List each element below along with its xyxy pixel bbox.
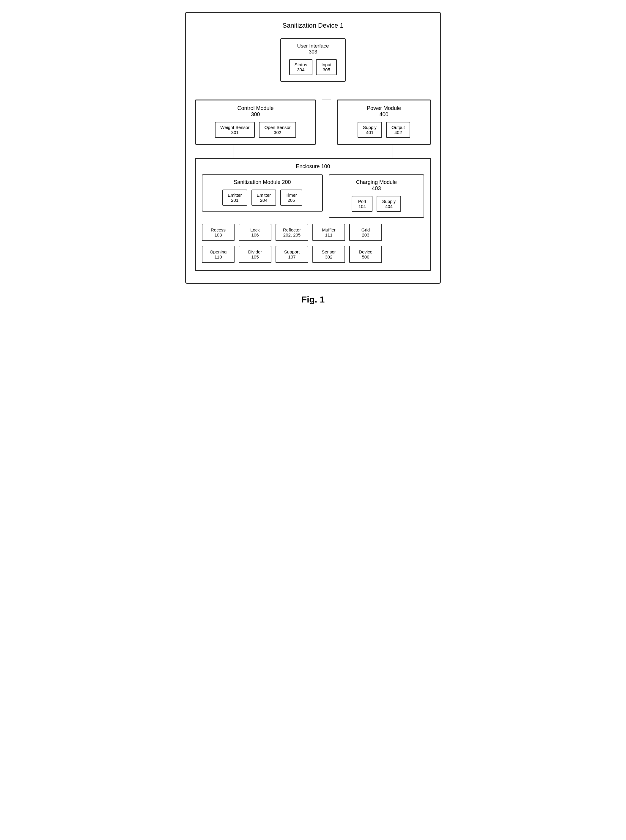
power-inner-row: Supply 401 Output 402 — [344, 122, 424, 138]
enc-item-row2-2: Support107 — [275, 246, 308, 263]
enc-item-row2-4: Device500 — [349, 246, 382, 263]
emitter-204-label: Emitter — [257, 192, 271, 198]
item-label: Recess — [207, 227, 230, 233]
enc-bottom-rows: Recess103Lock106Reflector202, 205Muffler… — [202, 224, 424, 263]
item-number: 107 — [280, 254, 304, 259]
enc-item-row1-0: Recess103 — [202, 224, 235, 241]
item-number: 110 — [207, 254, 230, 259]
item-label: Opening — [207, 249, 230, 254]
enc-top-row: Sanitization Module 200 Emitter 201 Emit… — [202, 175, 424, 218]
supply-401-label: Supply — [363, 125, 377, 130]
enc-item-row2-1: Divider105 — [239, 246, 271, 263]
item-number: 105 — [243, 254, 267, 259]
vert-line-left — [234, 145, 234, 158]
power-module-box: Power Module 400 Supply 401 Output 402 — [337, 100, 431, 145]
charging-module-box: Charging Module 403 Port 104 Supply 404 — [329, 175, 424, 218]
power-number: 400 — [344, 111, 424, 118]
input-label: Input — [321, 62, 332, 67]
item-number: 203 — [354, 233, 377, 237]
item-number: 111 — [317, 233, 340, 237]
enc-item-row1-4: Grid203 — [349, 224, 382, 241]
input-box: Input 305 — [316, 59, 337, 75]
enclosure-box: Enclosure 100 Sanitization Module 200 Em… — [195, 158, 431, 271]
item-label: Support — [280, 249, 304, 254]
control-module-box: Control Module 300 Weight Sensor 301 Ope… — [195, 100, 316, 145]
output-402-label: Output — [391, 125, 405, 130]
status-box: Status 304 — [289, 59, 313, 75]
ui-box: User Interface 303 Status 304 Input 305 — [280, 38, 346, 82]
enc-item-row2-0: Opening110 — [202, 246, 235, 263]
sanit-title: Sanitization Module 200 — [207, 179, 318, 186]
control-power-row: Control Module 300 Weight Sensor 301 Ope… — [195, 100, 431, 145]
open-sensor-box: Open Sensor 302 — [259, 122, 296, 138]
two-vlines-connector — [195, 145, 431, 158]
vert-connector-ui — [195, 87, 431, 100]
diagram-outer: Sanitization Device 1 User Interface 303… — [185, 12, 441, 284]
sanit-inner-row: Emitter 201 Emitter 204 Timer 205 — [207, 190, 318, 206]
ui-inner-row: Status 304 Input 305 — [287, 59, 339, 75]
sanitization-module-box: Sanitization Module 200 Emitter 201 Emit… — [202, 175, 323, 212]
ui-number: 303 — [287, 49, 339, 55]
item-number: 202, 205 — [280, 233, 304, 237]
enc-item-row2-3: Sensor302 — [312, 246, 345, 263]
item-label: Lock — [243, 227, 267, 233]
items-row-2: Opening110Divider105Support107Sensor302D… — [202, 246, 424, 263]
item-number: 106 — [243, 233, 267, 237]
timer-205-box: Timer 205 — [280, 190, 302, 206]
ui-section: User Interface 303 Status 304 Input 305 — [195, 38, 431, 82]
item-label: Muffler — [317, 227, 340, 233]
port-104-number: 104 — [357, 204, 367, 209]
emitter-204-box: Emitter 204 — [252, 190, 277, 206]
open-sensor-number: 302 — [264, 130, 290, 135]
emitter-201-label: Emitter — [228, 192, 242, 198]
control-number: 300 — [202, 111, 309, 118]
supply-404-number: 404 — [382, 204, 396, 209]
weight-sensor-number: 301 — [220, 130, 249, 135]
status-number: 304 — [294, 67, 307, 72]
items-row-1: Recess103Lock106Reflector202, 205Muffler… — [202, 224, 424, 241]
supply-404-label: Supply — [382, 199, 396, 204]
supply-404-box: Supply 404 — [377, 196, 401, 212]
item-label: Sensor — [317, 249, 340, 254]
timer-205-number: 205 — [286, 198, 297, 203]
charging-number: 403 — [334, 186, 419, 192]
port-104-box: Port 104 — [352, 196, 372, 212]
status-label: Status — [294, 62, 307, 67]
timer-205-label: Timer — [286, 192, 297, 198]
emitter-201-box: Emitter 201 — [222, 190, 247, 206]
weight-sensor-label: Weight Sensor — [220, 125, 249, 130]
item-label: Reflector — [280, 227, 304, 233]
supply-401-box: Supply 401 — [358, 122, 382, 138]
control-title: Control Module — [202, 105, 309, 111]
vert-line-right — [392, 145, 393, 158]
open-sensor-label: Open Sensor — [264, 125, 290, 130]
supply-401-number: 401 — [363, 130, 377, 135]
charging-title: Charging Module — [334, 179, 419, 186]
vert-line-ui — [313, 87, 313, 100]
item-label: Device — [354, 249, 377, 254]
charging-inner-row: Port 104 Supply 404 — [334, 196, 419, 212]
port-104-label: Port — [357, 199, 367, 204]
input-number: 305 — [321, 67, 332, 72]
fig-label: Fig. 1 — [301, 295, 325, 304]
enc-item-row1-3: Muffler111 — [312, 224, 345, 241]
horiz-connector-line — [322, 100, 331, 100]
item-number: 500 — [354, 254, 377, 259]
enc-item-row1-2: Reflector202, 205 — [275, 224, 308, 241]
outer-title: Sanitization Device 1 — [195, 22, 431, 30]
output-402-box: Output 402 — [386, 122, 410, 138]
output-402-number: 402 — [391, 130, 405, 135]
weight-sensor-box: Weight Sensor 301 — [215, 122, 255, 138]
emitter-201-number: 201 — [228, 198, 242, 203]
emitter-204-number: 204 — [257, 198, 271, 203]
item-number: 302 — [317, 254, 340, 259]
power-title: Power Module — [344, 105, 424, 111]
item-label: Grid — [354, 227, 377, 233]
enc-item-row1-1: Lock106 — [239, 224, 271, 241]
item-number: 103 — [207, 233, 230, 237]
control-inner-row: Weight Sensor 301 Open Sensor 302 — [202, 122, 309, 138]
horiz-connector-container — [322, 100, 331, 100]
enclosure-title: Enclosure 100 — [202, 164, 424, 170]
ui-title: User Interface — [297, 43, 329, 49]
item-label: Divider — [243, 249, 267, 254]
